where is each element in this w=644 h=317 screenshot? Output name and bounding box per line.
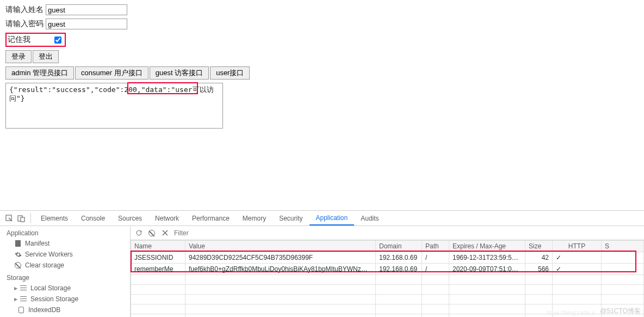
table-header-row: Name Value Domain Path Expires / Max-Age… xyxy=(131,241,644,252)
device-toggle-icon[interactable] xyxy=(15,211,27,225)
cookies-table-wrap: Name Value Domain Path Expires / Max-Age… xyxy=(131,240,644,317)
password-input[interactable] xyxy=(46,19,127,29)
consumer-api-button[interactable]: consumer 用户接口 xyxy=(75,66,148,80)
sidebar-item-label: Session Storage xyxy=(30,295,78,303)
sidebar-item-manifest[interactable]: Manifest xyxy=(0,238,130,249)
remember-me-label: 记住我 xyxy=(8,35,30,45)
table-row[interactable] xyxy=(131,304,644,314)
result-text: {"result":"success","code":200,"data":"u… xyxy=(9,86,214,102)
sidebar-heading-storage: Storage xyxy=(0,271,130,283)
user-api-button[interactable]: user接口 xyxy=(210,66,250,80)
tab-sources[interactable]: Sources xyxy=(112,211,148,225)
password-label: 请输入密码 xyxy=(5,19,44,29)
inspect-icon[interactable] xyxy=(3,211,15,225)
table-row[interactable]: JSESSIONID 94289D39CD92254CF5C94B735D963… xyxy=(131,252,644,264)
cell-size: 566 xyxy=(525,264,553,275)
tab-network[interactable]: Network xyxy=(148,211,185,225)
sidebar-item-label: IndexedDB xyxy=(28,306,60,314)
cookies-panel: Name Value Domain Path Expires / Max-Age… xyxy=(131,226,644,317)
logout-button[interactable]: 登出 xyxy=(33,50,59,63)
devtools-tabbar: Elements Console Sources Network Perform… xyxy=(0,211,644,226)
sidebar-item-label: Service Workers xyxy=(25,251,73,258)
tab-application[interactable]: Application xyxy=(309,211,355,225)
col-header-expires[interactable]: Expires / Max-Age xyxy=(449,241,525,252)
gear-icon xyxy=(14,251,22,258)
remember-me-highlight: 记住我 xyxy=(5,33,66,47)
col-header-value[interactable]: Value xyxy=(185,241,376,252)
table-row[interactable] xyxy=(131,275,644,285)
devtools-panel: Elements Console Sources Network Perform… xyxy=(0,210,644,317)
cell-s xyxy=(602,252,644,264)
grid-icon xyxy=(20,295,27,303)
close-icon[interactable] xyxy=(161,229,169,237)
name-input[interactable] xyxy=(46,4,127,15)
cell-domain: 192.168.0.69 xyxy=(376,264,422,275)
cookies-filter-input[interactable] xyxy=(174,228,640,239)
database-icon xyxy=(17,306,25,314)
col-header-domain[interactable]: Domain xyxy=(376,241,422,252)
grid-icon xyxy=(20,284,27,292)
guest-api-button[interactable]: guest 访客接口 xyxy=(150,66,209,80)
col-header-name[interactable]: Name xyxy=(131,241,185,252)
cell-value: 94289D39CD92254CF5C94B735D96399F xyxy=(185,252,376,264)
clear-icon xyxy=(14,261,22,269)
sidebar-item-label: Clear storage xyxy=(25,261,64,269)
table-row[interactable] xyxy=(131,285,644,295)
tab-performance[interactable]: Performance xyxy=(185,211,236,225)
table-row[interactable] xyxy=(131,314,644,318)
tab-security[interactable]: Security xyxy=(273,211,309,225)
tab-memory[interactable]: Memory xyxy=(236,211,273,225)
refresh-icon[interactable] xyxy=(135,229,143,237)
login-page: 请输入姓名 请输入密码 记住我 登录 登出 admin 管理员接口 consum… xyxy=(0,0,644,129)
col-header-size[interactable]: Size xyxy=(525,241,553,252)
col-header-s[interactable]: S xyxy=(602,241,644,252)
divider xyxy=(30,213,31,223)
sidebar-item-indexeddb[interactable]: IndexedDB xyxy=(0,304,130,315)
cell-name: JSESSIONID xyxy=(131,252,185,264)
tab-console[interactable]: Console xyxy=(75,211,112,225)
cell-value: fuef6khB0+gZdRffkb0MbuLiDoy0hisBiKAy81bp… xyxy=(185,264,376,275)
cookies-table: Name Value Domain Path Expires / Max-Age… xyxy=(131,240,644,317)
sidebar-item-label: Manifest xyxy=(25,240,49,247)
cell-expires: 2020-09-09T07:51:08.141Z xyxy=(449,264,525,275)
cell-http: ✓ xyxy=(553,264,602,275)
table-row[interactable]: rememberMe fuef6khB0+gZdRffkb0MbuLiDoy0h… xyxy=(131,264,644,275)
cell-path: / xyxy=(422,252,449,264)
cell-path: / xyxy=(422,264,449,275)
col-header-http[interactable]: HTTP xyxy=(553,241,602,252)
file-icon xyxy=(14,240,22,247)
application-sidebar: Application Manifest Service Workers Cle… xyxy=(0,226,131,317)
sidebar-item-label: Local Storage xyxy=(30,284,71,292)
cookies-toolbar xyxy=(131,226,644,240)
sidebar-heading-application: Application xyxy=(0,226,130,238)
tab-audits[interactable]: Audits xyxy=(354,211,385,225)
sidebar-item-local-storage[interactable]: Local Storage xyxy=(0,283,130,294)
svg-rect-2 xyxy=(21,217,24,222)
remember-me-checkbox[interactable] xyxy=(54,36,61,44)
cell-name: rememberMe xyxy=(131,264,185,275)
cell-size: 42 xyxy=(525,252,553,264)
result-textarea[interactable]: {"result":"success","code":200,"data":"u… xyxy=(5,83,223,129)
cell-s xyxy=(602,264,644,275)
block-icon[interactable] xyxy=(148,229,156,237)
sidebar-item-clear-storage[interactable]: Clear storage xyxy=(0,260,130,271)
sidebar-item-service-workers[interactable]: Service Workers xyxy=(0,249,130,260)
name-label: 请输入姓名 xyxy=(5,5,44,15)
cell-domain: 192.168.0.69 xyxy=(376,252,422,264)
sidebar-item-session-storage[interactable]: Session Storage xyxy=(0,294,130,304)
table-row[interactable] xyxy=(131,295,644,304)
cell-http: ✓ xyxy=(553,252,602,264)
tab-elements[interactable]: Elements xyxy=(34,211,75,225)
cell-expires: 1969-12-31T23:59:59.000Z xyxy=(449,252,525,264)
admin-api-button[interactable]: admin 管理员接口 xyxy=(5,66,74,80)
col-header-path[interactable]: Path xyxy=(422,241,449,252)
login-button[interactable]: 登录 xyxy=(5,50,32,63)
